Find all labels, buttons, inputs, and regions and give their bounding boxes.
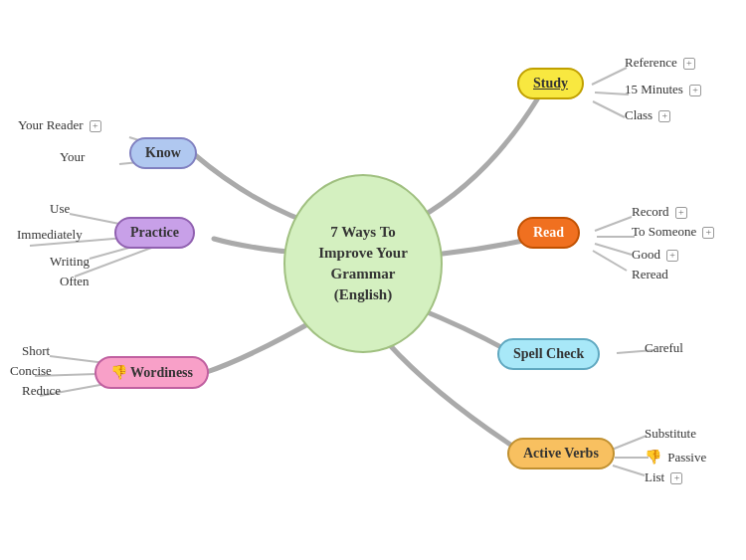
know-label: Know [145, 145, 181, 161]
study-leaf-1: Reference + [625, 55, 695, 71]
center-label: 7 Ways To Improve Your Grammar (English) [318, 222, 408, 305]
read-leaf-2: To Someone + [632, 224, 714, 240]
practice-leaf-4: Often [60, 274, 90, 289]
plus-icon[interactable]: + [658, 110, 670, 122]
know-leaf-1: Your Reader + [18, 117, 101, 133]
plus-icon[interactable]: + [689, 85, 701, 96]
wordiness-leaf-1: Short [22, 343, 50, 359]
know-leaf-2: Your [60, 149, 85, 165]
study-leaf-3: Class + [625, 107, 670, 123]
activeverbs-leaf-1: Substitute [645, 426, 696, 442]
wordiness-label: Wordiness [130, 365, 193, 381]
read-leaf-1: Record + [632, 204, 687, 220]
thumbs-down-icon: 👎 [110, 364, 127, 381]
spellcheck-node[interactable]: Spell Check [497, 338, 600, 370]
svg-line-14 [595, 244, 632, 255]
know-node[interactable]: Know [129, 137, 197, 169]
read-node[interactable]: Read [517, 217, 580, 249]
spellcheck-label: Spell Check [513, 346, 584, 362]
activeverbs-label: Active Verbs [523, 446, 599, 462]
plus-icon[interactable]: + [702, 227, 714, 239]
center-node: 7 Ways To Improve Your Grammar (English) [283, 174, 443, 353]
svg-line-19 [613, 466, 645, 475]
study-label: Study [533, 76, 568, 92]
svg-line-12 [595, 217, 632, 231]
spellcheck-leaf-1: Careful [645, 340, 683, 356]
svg-line-15 [593, 251, 627, 271]
practice-label: Practice [130, 225, 179, 241]
plus-icon[interactable]: + [670, 472, 682, 484]
plus-icon[interactable]: + [683, 58, 695, 70]
study-leaf-2: 15 Minutes + [625, 82, 701, 97]
thumbs-down-icon-2: 👎 [645, 450, 661, 465]
activeverbs-leaf-3: List + [645, 469, 682, 485]
wordiness-leaf-3: Reduce [22, 383, 61, 399]
svg-line-11 [593, 101, 625, 117]
read-label: Read [533, 225, 564, 241]
practice-leaf-3: Writing [50, 254, 90, 270]
read-leaf-4: Reread [632, 267, 668, 282]
activeverbs-node[interactable]: Active Verbs [507, 438, 615, 469]
svg-line-17 [612, 436, 647, 450]
practice-leaf-2: Immediately [17, 227, 83, 243]
wordiness-leaf-2: Concise [10, 363, 52, 379]
practice-node[interactable]: Practice [114, 217, 195, 249]
plus-icon[interactable]: + [90, 120, 101, 132]
read-leaf-3: Good + [632, 247, 678, 263]
study-node[interactable]: Study [517, 68, 584, 99]
svg-line-10 [595, 93, 629, 94]
plus-icon[interactable]: + [675, 207, 687, 219]
practice-leaf-1: Use [50, 201, 70, 217]
activeverbs-leaf-2: 👎 Passive [645, 449, 706, 466]
plus-icon[interactable]: + [666, 250, 678, 262]
wordiness-node[interactable]: 👎 Wordiness [94, 356, 209, 389]
svg-line-9 [592, 68, 627, 85]
